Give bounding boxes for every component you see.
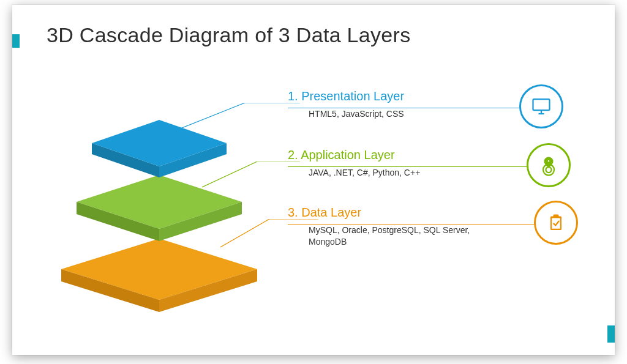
separator-2	[288, 166, 549, 167]
clipboard-icon	[534, 201, 578, 245]
layer-detail-3: MySQL, Oracle, PostgreSQL, SQL Server, M…	[288, 225, 490, 248]
monitor-icon	[519, 84, 563, 128]
layer-index-1: 1.	[288, 89, 298, 103]
layer-stack	[49, 103, 269, 323]
layer-detail-2: JAVA, .NET, C#, Python, C++	[288, 167, 551, 179]
separator-1	[288, 108, 541, 108]
layer-index-3: 3.	[288, 206, 298, 219]
accent-bar-left	[12, 34, 20, 48]
location-icon	[527, 143, 571, 187]
layer-name-2: Application Layer	[301, 148, 394, 162]
desc-data: 3. Data Layer MySQL, Oracle, PostgreSQL,…	[288, 206, 551, 248]
slide-frame: 3D Cascade Diagram of 3 Data Layers	[12, 5, 615, 355]
layer-detail-1: HTML5, JavaScript, CSS	[288, 108, 551, 120]
layer-index-2: 2.	[288, 148, 298, 162]
accent-bar-right	[607, 325, 615, 343]
svg-rect-16	[554, 215, 559, 218]
desc-presentation: 1. Presentation Layer HTML5, JavaScript,…	[288, 89, 551, 120]
page-title: 3D Cascade Diagram of 3 Data Layers	[47, 23, 410, 47]
svg-point-14	[547, 160, 550, 163]
layer-name-3: Data Layer	[301, 206, 361, 219]
separator-3	[288, 224, 556, 225]
desc-application: 2. Application Layer JAVA, .NET, C#, Pyt…	[288, 148, 551, 179]
layer-presentation	[86, 111, 233, 184]
svg-rect-9	[533, 99, 550, 110]
layer-name-1: Presentation Layer	[301, 89, 404, 103]
